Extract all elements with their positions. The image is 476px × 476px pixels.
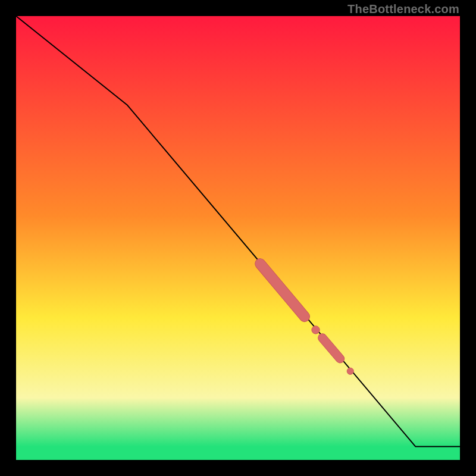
chart-overlay xyxy=(16,16,460,460)
highlight-segment-2 xyxy=(322,338,340,359)
plot-area xyxy=(16,16,460,460)
highlight-dot-1 xyxy=(312,326,320,334)
highlight-segment-1 xyxy=(260,264,305,317)
chart-stage: TheBottleneck.com xyxy=(0,0,476,476)
marker-layer xyxy=(260,264,353,374)
watermark-label: TheBottleneck.com xyxy=(347,2,459,16)
highlight-dot-2 xyxy=(347,368,353,374)
bottleneck-curve xyxy=(16,16,460,447)
